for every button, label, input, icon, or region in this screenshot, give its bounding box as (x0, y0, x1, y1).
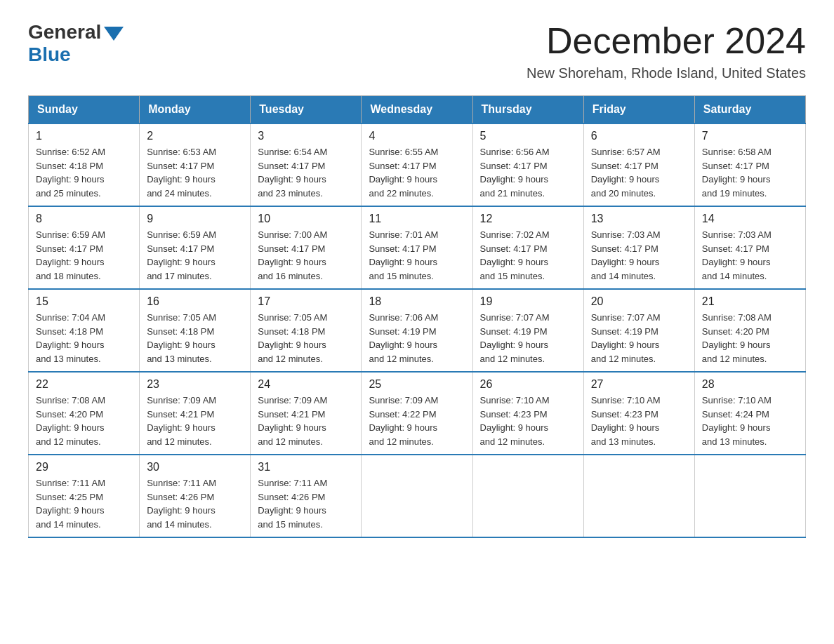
calendar-cell (694, 455, 805, 537)
calendar-cell: 6 Sunrise: 6:57 AM Sunset: 4:17 PM Dayli… (583, 123, 694, 206)
day-number: 26 (480, 378, 576, 391)
day-info: Sunrise: 7:02 AM Sunset: 4:17 PM Dayligh… (480, 228, 576, 283)
weekday-header-monday: Monday (140, 96, 251, 124)
day-info: Sunrise: 7:10 AM Sunset: 4:24 PM Dayligh… (702, 394, 798, 448)
calendar-cell: 25 Sunrise: 7:09 AM Sunset: 4:22 PM Dayl… (362, 372, 472, 455)
day-number: 20 (591, 295, 687, 308)
calendar-cell: 12 Sunrise: 7:02 AM Sunset: 4:17 PM Dayl… (472, 206, 583, 289)
day-number: 24 (258, 378, 354, 391)
calendar-week-row-1: 1 Sunrise: 6:52 AM Sunset: 4:18 PM Dayli… (29, 123, 806, 206)
calendar-cell: 22 Sunrise: 7:08 AM Sunset: 4:20 PM Dayl… (29, 372, 140, 455)
day-info: Sunrise: 6:59 AM Sunset: 4:17 PM Dayligh… (147, 228, 243, 283)
title-area: December 2024 New Shoreham, Rhode Island… (527, 21, 806, 81)
calendar-cell (583, 455, 694, 537)
calendar-cell: 3 Sunrise: 6:54 AM Sunset: 4:17 PM Dayli… (251, 123, 362, 206)
calendar-cell: 17 Sunrise: 7:05 AM Sunset: 4:18 PM Dayl… (251, 289, 362, 372)
calendar-cell: 24 Sunrise: 7:09 AM Sunset: 4:21 PM Dayl… (251, 372, 362, 455)
calendar-cell: 8 Sunrise: 6:59 AM Sunset: 4:17 PM Dayli… (29, 206, 140, 289)
weekday-header-thursday: Thursday (472, 96, 583, 124)
day-info: Sunrise: 7:10 AM Sunset: 4:23 PM Dayligh… (591, 394, 687, 448)
day-number: 9 (147, 213, 243, 225)
calendar-week-row-5: 29 Sunrise: 7:11 AM Sunset: 4:25 PM Dayl… (29, 455, 806, 537)
weekday-header-saturday: Saturday (694, 96, 805, 124)
day-number: 7 (702, 130, 798, 142)
page-header: General Blue December 2024 New Shoreham,… (28, 21, 806, 81)
calendar-cell: 15 Sunrise: 7:04 AM Sunset: 4:18 PM Dayl… (29, 289, 140, 372)
day-info: Sunrise: 7:05 AM Sunset: 4:18 PM Dayligh… (147, 311, 243, 365)
day-number: 1 (36, 130, 132, 142)
day-info: Sunrise: 7:07 AM Sunset: 4:19 PM Dayligh… (591, 311, 687, 365)
calendar-cell: 1 Sunrise: 6:52 AM Sunset: 4:18 PM Dayli… (29, 123, 140, 206)
day-info: Sunrise: 6:52 AM Sunset: 4:18 PM Dayligh… (36, 145, 132, 200)
day-info: Sunrise: 7:00 AM Sunset: 4:17 PM Dayligh… (258, 228, 354, 283)
day-number: 16 (147, 295, 243, 308)
weekday-header-sunday: Sunday (29, 96, 140, 124)
calendar-cell: 10 Sunrise: 7:00 AM Sunset: 4:17 PM Dayl… (251, 206, 362, 289)
calendar-cell: 16 Sunrise: 7:05 AM Sunset: 4:18 PM Dayl… (140, 289, 251, 372)
day-info: Sunrise: 6:55 AM Sunset: 4:17 PM Dayligh… (369, 145, 465, 200)
day-number: 30 (147, 461, 243, 474)
calendar-week-row-3: 15 Sunrise: 7:04 AM Sunset: 4:18 PM Dayl… (29, 289, 806, 372)
calendar-cell: 26 Sunrise: 7:10 AM Sunset: 4:23 PM Dayl… (472, 372, 583, 455)
day-info: Sunrise: 6:53 AM Sunset: 4:17 PM Dayligh… (147, 145, 243, 200)
calendar-cell: 5 Sunrise: 6:56 AM Sunset: 4:17 PM Dayli… (472, 123, 583, 206)
day-number: 13 (591, 213, 687, 225)
day-info: Sunrise: 7:04 AM Sunset: 4:18 PM Dayligh… (36, 311, 132, 365)
day-number: 31 (258, 461, 354, 474)
calendar-cell: 13 Sunrise: 7:03 AM Sunset: 4:17 PM Dayl… (583, 206, 694, 289)
day-number: 11 (369, 213, 465, 225)
day-number: 6 (591, 130, 687, 142)
day-number: 14 (702, 213, 798, 225)
day-number: 27 (591, 378, 687, 391)
day-info: Sunrise: 7:06 AM Sunset: 4:19 PM Dayligh… (369, 311, 465, 365)
calendar-cell: 29 Sunrise: 7:11 AM Sunset: 4:25 PM Dayl… (29, 455, 140, 537)
calendar-cell: 21 Sunrise: 7:08 AM Sunset: 4:20 PM Dayl… (694, 289, 805, 372)
calendar-cell: 4 Sunrise: 6:55 AM Sunset: 4:17 PM Dayli… (362, 123, 472, 206)
calendar-cell: 30 Sunrise: 7:11 AM Sunset: 4:26 PM Dayl… (140, 455, 251, 537)
day-number: 10 (258, 213, 354, 225)
calendar-cell: 23 Sunrise: 7:09 AM Sunset: 4:21 PM Dayl… (140, 372, 251, 455)
calendar-cell: 14 Sunrise: 7:03 AM Sunset: 4:17 PM Dayl… (694, 206, 805, 289)
day-number: 28 (702, 378, 798, 391)
day-info: Sunrise: 6:59 AM Sunset: 4:17 PM Dayligh… (36, 228, 132, 283)
day-info: Sunrise: 7:03 AM Sunset: 4:17 PM Dayligh… (591, 228, 687, 283)
day-number: 4 (369, 130, 465, 142)
day-info: Sunrise: 6:54 AM Sunset: 4:17 PM Dayligh… (258, 145, 354, 200)
day-info: Sunrise: 7:11 AM Sunset: 4:26 PM Dayligh… (258, 476, 354, 531)
day-info: Sunrise: 7:08 AM Sunset: 4:20 PM Dayligh… (36, 394, 132, 448)
calendar-week-row-4: 22 Sunrise: 7:08 AM Sunset: 4:20 PM Dayl… (29, 372, 806, 455)
day-info: Sunrise: 6:58 AM Sunset: 4:17 PM Dayligh… (702, 145, 798, 200)
weekday-header-friday: Friday (583, 96, 694, 124)
day-number: 17 (258, 295, 354, 308)
day-info: Sunrise: 7:07 AM Sunset: 4:19 PM Dayligh… (480, 311, 576, 365)
day-number: 2 (147, 130, 243, 142)
calendar-cell: 31 Sunrise: 7:11 AM Sunset: 4:26 PM Dayl… (251, 455, 362, 537)
weekday-header-wednesday: Wednesday (362, 96, 472, 124)
calendar-cell (362, 455, 472, 537)
day-info: Sunrise: 7:03 AM Sunset: 4:17 PM Dayligh… (702, 228, 798, 283)
weekday-header-tuesday: Tuesday (251, 96, 362, 124)
day-number: 21 (702, 295, 798, 308)
day-info: Sunrise: 6:56 AM Sunset: 4:17 PM Dayligh… (480, 145, 576, 200)
day-number: 15 (36, 295, 132, 308)
logo: General Blue (28, 21, 124, 66)
weekday-header-row: SundayMondayTuesdayWednesdayThursdayFrid… (29, 96, 806, 124)
calendar-week-row-2: 8 Sunrise: 6:59 AM Sunset: 4:17 PM Dayli… (29, 206, 806, 289)
day-number: 25 (369, 378, 465, 391)
day-number: 19 (480, 295, 576, 308)
calendar-table: SundayMondayTuesdayWednesdayThursdayFrid… (28, 95, 806, 538)
calendar-cell: 11 Sunrise: 7:01 AM Sunset: 4:17 PM Dayl… (362, 206, 472, 289)
day-number: 29 (36, 461, 132, 474)
calendar-cell (472, 455, 583, 537)
calendar-cell: 2 Sunrise: 6:53 AM Sunset: 4:17 PM Dayli… (140, 123, 251, 206)
calendar-cell: 18 Sunrise: 7:06 AM Sunset: 4:19 PM Dayl… (362, 289, 472, 372)
day-number: 12 (480, 213, 576, 225)
day-info: Sunrise: 7:09 AM Sunset: 4:21 PM Dayligh… (258, 394, 354, 448)
day-number: 5 (480, 130, 576, 142)
day-info: Sunrise: 7:09 AM Sunset: 4:21 PM Dayligh… (147, 394, 243, 448)
calendar-cell: 28 Sunrise: 7:10 AM Sunset: 4:24 PM Dayl… (694, 372, 805, 455)
calendar-cell: 20 Sunrise: 7:07 AM Sunset: 4:19 PM Dayl… (583, 289, 694, 372)
month-title: December 2024 (527, 21, 806, 61)
day-info: Sunrise: 6:57 AM Sunset: 4:17 PM Dayligh… (591, 145, 687, 200)
location-title: New Shoreham, Rhode Island, United State… (527, 65, 806, 81)
